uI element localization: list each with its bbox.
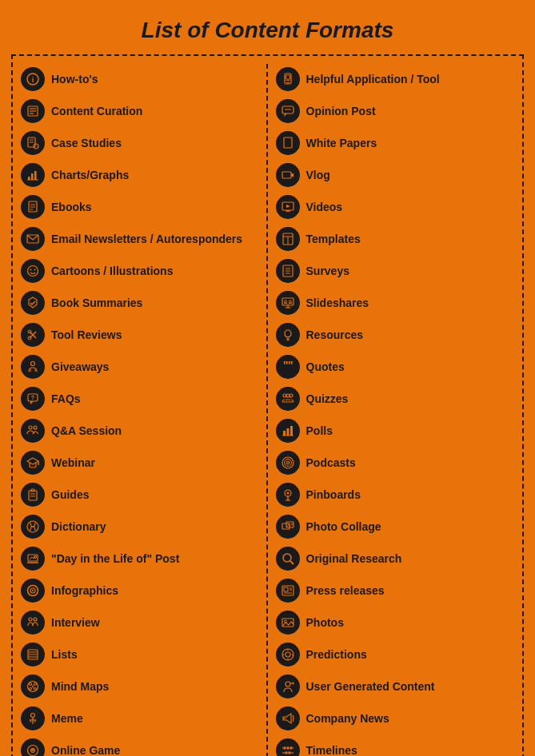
svg-point-60 (34, 688, 37, 690)
list-item: User Generated Content (274, 671, 517, 702)
item-icon (21, 355, 45, 379)
item-icon (276, 738, 300, 756)
item-label: Meme (51, 712, 83, 725)
svg-point-125 (283, 554, 291, 562)
list-item: Press releases (274, 575, 517, 606)
item-icon (21, 483, 45, 507)
svg-marker-88 (286, 205, 290, 208)
item-label: Quotes (306, 360, 345, 373)
svg-point-33 (34, 426, 37, 429)
item-label: Press releases (306, 584, 385, 597)
main-container: List of Content Formats iHow-to'sContent… (0, 0, 535, 756)
item-icon (21, 291, 45, 315)
item-icon (276, 419, 300, 443)
item-label: Case Studies (51, 137, 122, 149)
list-item: Giveaways (19, 352, 262, 382)
item-icon (21, 547, 45, 571)
item-icon (276, 706, 300, 730)
item-label: Photos (306, 616, 344, 629)
list-item: Slideshares (274, 288, 517, 318)
svg-rect-112 (290, 426, 293, 436)
item-icon (276, 259, 300, 283)
item-icon (276, 451, 300, 475)
svg-line-63 (34, 684, 34, 686)
list-item: Ebooks (19, 192, 262, 222)
item-label: White Papers (306, 137, 377, 149)
item-icon (21, 451, 45, 475)
list-item: Surveys (274, 256, 517, 286)
svg-point-124 (291, 523, 293, 525)
svg-point-46 (32, 590, 34, 591)
item-icon (21, 195, 45, 219)
svg-rect-12 (34, 171, 37, 180)
list-item: Charts/Graphs (19, 160, 262, 190)
item-label: Infographics (51, 584, 118, 597)
item-label: FAQs (51, 392, 81, 405)
svg-rect-36 (29, 491, 37, 500)
svg-marker-138 (293, 682, 294, 685)
list-item: Templates (274, 224, 517, 254)
list-item: Infographics (19, 575, 262, 606)
svg-point-134 (282, 649, 293, 660)
item-label: Cartoons / Illustrations (51, 265, 173, 277)
item-label: Original Research (306, 552, 402, 565)
item-label: Helpful Application / Tool (306, 73, 440, 86)
svg-point-106 (283, 394, 286, 397)
item-label: Photo Collage (306, 520, 381, 533)
list-item: Interview (19, 607, 262, 638)
item-label: Resources (306, 328, 364, 341)
item-label: "Day in the Life of" Post (51, 552, 179, 565)
svg-point-59 (30, 688, 32, 690)
item-icon (21, 131, 45, 155)
list-item: Lists (19, 639, 262, 670)
item-icon (276, 131, 300, 155)
left-column: iHow-to'sContent CurationCase StudiesCha… (19, 64, 268, 756)
item-icon (276, 163, 300, 187)
list-item: Email Newsletters / Autoresponders (19, 224, 262, 254)
item-icon (21, 163, 45, 187)
item-icon: i (21, 67, 45, 91)
item-icon (21, 611, 45, 635)
item-label: Giveaways (51, 360, 109, 373)
item-icon (21, 419, 45, 443)
svg-rect-110 (283, 431, 285, 436)
list-item: White Papers (274, 128, 517, 158)
svg-marker-30 (30, 401, 34, 404)
item-label: Guides (51, 488, 89, 501)
item-icon (276, 547, 300, 571)
list-item: Q&A Session (19, 416, 262, 446)
list-item: "Day in the Life of" Post (19, 543, 262, 574)
svg-text:?: ? (31, 395, 34, 400)
item-icon (21, 643, 45, 666)
list-item: Photos (274, 607, 517, 638)
list-item: Original Research (274, 543, 517, 574)
list-item: Polls (274, 416, 517, 446)
svg-rect-111 (286, 428, 289, 436)
list-item: 8Online Game (19, 735, 262, 756)
item-label: Interview (51, 616, 100, 629)
list-item: Videos (274, 192, 517, 222)
item-label: Templates (306, 233, 361, 245)
svg-point-57 (30, 683, 32, 686)
svg-point-61 (32, 686, 34, 687)
item-label: Opinion Post (306, 105, 376, 117)
list-item: Book Summaries (19, 288, 262, 318)
list-item: Mind Maps (19, 671, 262, 702)
item-icon (21, 674, 45, 698)
list-item: Helpful Application / Tool (274, 64, 517, 94)
svg-line-65 (34, 687, 34, 689)
item-label: Online Game (51, 744, 120, 756)
item-label: Quizzes (306, 392, 349, 405)
item-label: Dictionary (51, 520, 106, 533)
item-label: Content Curation (51, 105, 142, 117)
item-icon (276, 387, 300, 411)
svg-text:": " (288, 360, 293, 372)
list-item: Podcasts (274, 448, 517, 478)
svg-rect-55 (29, 656, 30, 658)
svg-point-48 (34, 618, 37, 621)
item-label: Predictions (306, 648, 367, 661)
svg-text:i: i (32, 76, 34, 84)
item-icon (21, 99, 45, 123)
item-icon (276, 227, 300, 251)
svg-rect-54 (29, 654, 30, 655)
